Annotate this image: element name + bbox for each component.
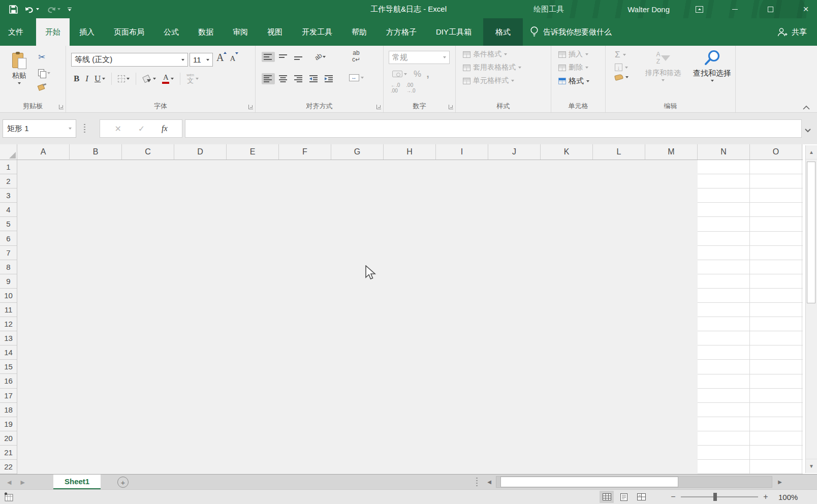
font-color-dropdown[interactable] — [171, 78, 174, 80]
orientation-button[interactable]: ab — [312, 51, 328, 62]
find-select-button[interactable]: 查找和选择 — [693, 49, 731, 82]
format-cells-button[interactable]: 格式 — [558, 76, 589, 86]
row-header[interactable]: 20 — [0, 431, 17, 446]
increase-font-button[interactable]: A — [216, 52, 227, 64]
collapse-ribbon-button[interactable] — [803, 103, 810, 108]
paste-button[interactable]: 粘贴 — [7, 50, 32, 101]
customize-qat-button[interactable] — [68, 8, 72, 11]
format-cells-dropdown[interactable] — [586, 80, 589, 82]
tab-formulas[interactable]: 公式 — [156, 18, 186, 46]
column-header[interactable]: H — [384, 144, 436, 160]
number-format-combo[interactable]: 常规 — [389, 51, 450, 64]
tab-view[interactable]: 视图 — [260, 18, 290, 46]
row-header[interactable]: 13 — [0, 331, 17, 345]
row-header[interactable]: 19 — [0, 417, 17, 431]
scroll-left-button[interactable]: ◀ — [484, 476, 495, 488]
row-header[interactable]: 10 — [0, 289, 17, 303]
autosum-dropdown[interactable] — [623, 54, 626, 56]
row-header[interactable]: 17 — [0, 389, 17, 403]
fill-color-button[interactable] — [141, 74, 158, 84]
tab-developer[interactable]: 开发工具 — [294, 18, 340, 46]
alignment-dialog-launcher[interactable] — [376, 105, 381, 109]
save-button[interactable] — [9, 5, 18, 14]
horizontal-scrollbar[interactable]: ◀ ▶ — [484, 476, 785, 488]
font-dialog-launcher[interactable] — [248, 105, 253, 109]
font-name-combo[interactable]: 等线 (正文) — [71, 53, 188, 67]
format-as-table-dropdown[interactable] — [518, 67, 521, 69]
scroll-down-button[interactable]: ▼ — [806, 459, 817, 473]
tab-help[interactable]: 帮助 — [344, 18, 374, 46]
column-header[interactable]: K — [541, 144, 593, 160]
middle-align-button[interactable] — [277, 52, 290, 62]
zoom-out-button[interactable]: − — [669, 491, 678, 502]
sheet-tab-active[interactable]: Sheet1 — [53, 475, 101, 489]
underline-dropdown[interactable] — [102, 78, 105, 80]
formula-input[interactable] — [185, 119, 802, 138]
row-header[interactable]: 22 — [0, 460, 17, 474]
page-break-preview-button[interactable] — [634, 491, 648, 503]
insert-function-button[interactable]: fx — [162, 124, 168, 133]
cancel-button[interactable]: ✕ — [114, 124, 121, 134]
phonetic-guide-button[interactable]: wén文 — [185, 72, 200, 85]
wrap-text-button[interactable]: ab c↵ — [352, 50, 360, 62]
delete-cells-button[interactable]: 删除 — [558, 63, 589, 72]
phonetic-dropdown[interactable] — [196, 78, 199, 80]
underline-button[interactable]: U — [93, 73, 107, 85]
align-center-button[interactable] — [277, 73, 290, 84]
bottom-align-button[interactable] — [292, 52, 305, 62]
merge-center-button[interactable] — [349, 74, 364, 81]
zoom-level[interactable]: 100% — [778, 490, 798, 504]
vertical-scrollbar-thumb[interactable] — [807, 162, 815, 303]
tab-data[interactable]: 数据 — [191, 18, 221, 46]
row-header[interactable]: 1 — [0, 160, 17, 174]
tell-me-box[interactable]: 告诉我你想要做什么 — [523, 18, 619, 46]
row-header[interactable]: 5 — [0, 217, 17, 231]
tab-file[interactable]: 文件 — [0, 18, 32, 46]
name-box-dropdown[interactable] — [69, 128, 72, 130]
horizontal-scrollbar-thumb[interactable] — [500, 477, 678, 487]
horizontal-scrollbar-track[interactable] — [496, 476, 772, 488]
comma-style-button[interactable]: , — [426, 68, 429, 80]
insert-cells-dropdown[interactable] — [585, 53, 588, 55]
page-layout-view-button[interactable] — [617, 491, 631, 503]
align-right-button[interactable] — [292, 73, 305, 84]
next-sheet-button[interactable]: ▶ — [20, 479, 24, 486]
enter-button[interactable]: ✓ — [138, 124, 145, 134]
share-button[interactable]: 共享 — [777, 18, 807, 46]
clipboard-dialog-launcher[interactable] — [59, 105, 64, 109]
tab-insert[interactable]: 插入 — [72, 18, 102, 46]
undo-button[interactable] — [25, 6, 39, 13]
merge-center-dropdown[interactable] — [361, 77, 364, 79]
decrease-decimal-button[interactable]: .00→.0 — [406, 82, 415, 93]
column-header[interactable]: O — [750, 144, 802, 160]
add-sheet-button[interactable]: + — [117, 477, 129, 488]
row-header[interactable]: 3 — [0, 188, 17, 203]
tab-page-layout[interactable]: 页面布局 — [106, 18, 152, 46]
top-align-button[interactable] — [262, 52, 275, 62]
tab-diy-toolbox[interactable]: DIY工具箱 — [428, 18, 479, 46]
row-header[interactable]: 21 — [0, 446, 17, 460]
row-header[interactable]: 18 — [0, 403, 17, 417]
ribbon-display-options-button[interactable] — [688, 0, 710, 18]
row-header[interactable]: 7 — [0, 246, 17, 260]
accounting-dropdown[interactable] — [404, 73, 407, 75]
row-header[interactable]: 9 — [0, 274, 17, 289]
column-header[interactable]: F — [279, 144, 331, 160]
conditional-formatting-dropdown[interactable] — [504, 53, 507, 55]
percent-style-button[interactable]: % — [414, 69, 421, 79]
column-header[interactable]: G — [331, 144, 384, 160]
vertical-scrollbar[interactable]: ▲ ▼ — [805, 145, 817, 473]
fill-color-dropdown[interactable] — [153, 78, 156, 80]
row-header[interactable]: 11 — [0, 303, 17, 317]
cell-styles-button[interactable]: 单元格样式 — [463, 76, 521, 85]
column-header[interactable]: C — [122, 144, 174, 160]
cell-grid[interactable] — [17, 160, 803, 474]
row-header[interactable]: 14 — [0, 345, 17, 360]
column-header[interactable]: A — [17, 144, 70, 160]
rectangle-shape[interactable] — [17, 160, 698, 474]
column-header[interactable]: I — [436, 144, 488, 160]
column-header[interactable]: J — [488, 144, 541, 160]
tab-home[interactable]: 开始 — [36, 18, 70, 46]
fill-button[interactable]: ↓ — [615, 64, 629, 71]
insert-cells-button[interactable]: 插入 — [558, 50, 589, 59]
